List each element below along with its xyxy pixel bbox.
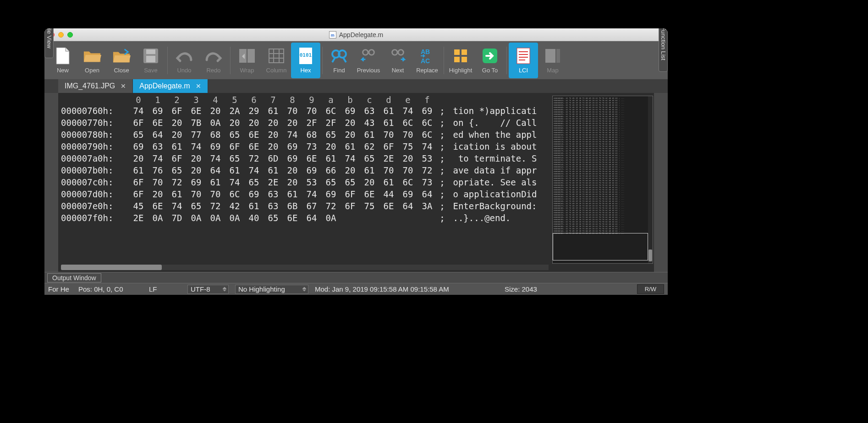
hex-ascii[interactable]: ave data if appr <box>448 164 537 176</box>
hex-ascii[interactable]: on {. // Call <box>448 117 537 129</box>
previous-button[interactable]: Previous <box>354 43 383 78</box>
previous-icon <box>359 47 378 65</box>
hex-ascii[interactable]: to terminate. S <box>448 152 537 164</box>
highlight-button[interactable]: Highlight <box>446 43 475 78</box>
status-encoding-select[interactable]: UTF-8 <box>187 285 229 294</box>
find-button[interactable]: Find <box>324 43 354 78</box>
window-title-text: AppDelegate.m <box>339 31 384 38</box>
minimap-icon <box>544 47 562 65</box>
status-size: Size: 2043 <box>505 285 555 293</box>
svg-point-17 <box>369 50 374 55</box>
hex-col-label: f <box>418 95 437 105</box>
hex-col-label: 2 <box>167 95 187 105</box>
zoom-window-button[interactable] <box>67 32 73 38</box>
column-button[interactable]: Column <box>262 43 291 78</box>
hex-row[interactable]: 00000790h: 69636174696F6E2069732061626F7… <box>61 141 549 152</box>
hex-ascii[interactable]: ed when the appl <box>448 129 537 141</box>
hex-address: 000007c0h: <box>61 176 129 188</box>
minimize-window-button[interactable] <box>58 32 64 38</box>
highlight-icon <box>451 47 470 65</box>
svg-point-19 <box>398 50 403 55</box>
hex-address: 00000760h: <box>61 105 129 117</box>
hex-ascii[interactable]: ication is about <box>448 141 537 152</box>
redo-icon <box>204 47 223 65</box>
document-lines-icon <box>514 47 533 65</box>
new-file-icon <box>54 47 72 65</box>
hex-bytes[interactable]: 6F6E207B0A202020202F2F2043616C6C <box>129 117 437 129</box>
hex-ascii[interactable]: EnterBackground: <box>448 200 537 212</box>
goto-button[interactable]: Go To <box>475 43 505 78</box>
hex-col-label: 3 <box>187 95 206 105</box>
minimap[interactable]: 00000000h: 61 74 65 2E 20 74 68 65 20 61… <box>552 96 653 264</box>
status-modified: Mod: Jan 9, 2019 09:15:58 AM 09:15:58 AM <box>315 285 498 293</box>
window-title: m AppDelegate.m <box>44 31 668 38</box>
save-button[interactable]: Save <box>136 43 165 78</box>
hex-bytes[interactable]: 61766520646174612069662061707072 <box>129 164 437 176</box>
hex-ascii[interactable]: opriate. See als <box>448 176 537 188</box>
hex-ascii[interactable]: ..}...@end. <box>448 212 511 224</box>
horizontal-scrollbar[interactable] <box>61 265 549 270</box>
map-button[interactable]: Map <box>538 43 567 78</box>
tab-img[interactable]: IMG_4761.JPG ✕ <box>58 79 133 93</box>
close-tab-icon[interactable]: ✕ <box>196 82 201 90</box>
hex-row[interactable]: 000007c0h: 6F7072696174652E2053656520616… <box>61 176 549 188</box>
hex-address: 000007e0h: <box>61 200 129 212</box>
hex-separator: ; <box>437 105 448 117</box>
hex-col-label: 9 <box>302 95 321 105</box>
hex-col-label: e <box>398 95 418 105</box>
tab-appdelegate[interactable]: AppDelegate.m ✕ <box>133 79 208 93</box>
status-bar: For He Pos: 0H, 0, C0 LF UTF-8 No Highli… <box>44 283 668 295</box>
hex-separator: ; <box>437 129 448 141</box>
hex-ascii[interactable]: o applicationDid <box>448 188 537 200</box>
hex-row[interactable]: 000007a0h: 20746F207465726D696E6174652E2… <box>61 152 549 164</box>
open-button[interactable]: Open <box>77 43 107 78</box>
toolbar: New Open Close Save <box>44 41 668 79</box>
hex-bytes[interactable]: 6564207768656E20746865206170706C <box>129 129 437 141</box>
minimap-viewport[interactable] <box>553 233 648 260</box>
wrap-button[interactable]: Wrap <box>232 43 262 78</box>
svg-rect-5 <box>269 49 284 63</box>
lci-button[interactable]: LCI <box>509 43 538 78</box>
status-line-ending[interactable]: LF <box>149 285 181 293</box>
minimap-vertical-scrollbar[interactable] <box>648 96 653 263</box>
hex-bytes[interactable]: 20746F207465726D696E6174652E2053 <box>129 152 437 164</box>
hex-bytes[interactable]: 2E0A7D0A0A0A40656E640A <box>129 212 437 224</box>
hex-row[interactable]: 00000760h: 74696F6E202A296170706C6963617… <box>61 105 549 117</box>
status-readwrite[interactable]: R/W <box>637 284 664 294</box>
redo-button[interactable]: Redo <box>199 43 228 78</box>
hex-ascii[interactable]: tion *)applicati <box>448 105 537 117</box>
hex-button[interactable]: 0101 Hex <box>291 43 320 78</box>
hex-row[interactable]: 000007e0h: 456E7465724261636B67726F756E6… <box>61 200 549 212</box>
hex-row[interactable]: 00000780h: 6564207768656E207468652061707… <box>61 129 549 141</box>
undo-button[interactable]: Undo <box>170 43 199 78</box>
hex-row[interactable]: 000007b0h: 61766520646174612069662061707… <box>61 164 549 176</box>
hex-bytes[interactable]: 6F206170706C69636174696F6E446964 <box>129 188 437 200</box>
hex-editor[interactable]: 0123456789abcdef 00000760h: 74696F6E202A… <box>58 93 654 272</box>
hex-separator: ; <box>437 212 448 224</box>
hex-bytes[interactable]: 74696F6E202A296170706C6963617469 <box>129 105 437 117</box>
scrollbar-thumb[interactable] <box>61 265 162 270</box>
hex-separator: ; <box>437 188 448 200</box>
hex-row[interactable]: 000007f0h: 2E0A7D0A0A0A40656E640A; ..}..… <box>61 212 549 224</box>
output-window-toggle[interactable]: Output Window <box>47 273 101 282</box>
function-list-tab[interactable]: Function List <box>659 28 668 72</box>
minimap-scroll-thumb[interactable] <box>648 249 652 261</box>
svg-rect-27 <box>517 48 530 64</box>
hex-row[interactable]: 000007d0h: 6F206170706C69636174696F6E446… <box>61 188 549 200</box>
replace-icon: ABAC <box>418 47 436 65</box>
close-button[interactable]: Close <box>107 43 136 78</box>
replace-button[interactable]: ABAC Replace <box>412 43 442 78</box>
hex-col-label: 6 <box>244 95 264 105</box>
file-view-tab[interactable]: File View <box>44 28 54 58</box>
status-highlighting-select[interactable]: No Highlighting <box>235 285 308 294</box>
hex-bytes[interactable]: 69636174696F6E2069732061626F7574 <box>129 141 437 152</box>
hex-row[interactable]: 00000770h: 6F6E207B0A202020202F2F2043616… <box>61 117 549 129</box>
close-tab-icon[interactable]: ✕ <box>121 82 126 90</box>
tab-label: IMG_4761.JPG <box>65 82 115 90</box>
hex-bytes[interactable]: 456E7465724261636B67726F756E643A <box>129 200 437 212</box>
svg-line-15 <box>343 58 346 62</box>
hex-separator: ; <box>437 152 448 164</box>
next-button[interactable]: Next <box>383 43 412 78</box>
hex-bytes[interactable]: 6F7072696174652E2053656520616C73 <box>129 176 437 188</box>
titlebar: m AppDelegate.m <box>44 28 668 41</box>
